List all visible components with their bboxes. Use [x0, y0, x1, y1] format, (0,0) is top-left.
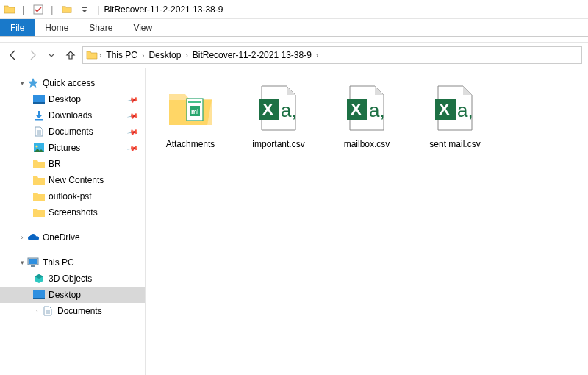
separator: |: [51, 4, 53, 15]
nav-row: › This PC › Desktop › BitRecover-11-2-20…: [0, 43, 588, 68]
file-item-attachments[interactable]: ml Attachments: [150, 79, 231, 156]
documents-icon: [32, 126, 46, 138]
svg-rect-10: [33, 290, 45, 298]
file-label: Attachments: [166, 139, 215, 151]
sidebar-item-label: Documents: [57, 306, 102, 316]
folder-icon: [86, 49, 98, 61]
sidebar-item-documents[interactable]: Documents 📌: [0, 124, 145, 140]
sidebar-item-label: BR: [49, 159, 61, 169]
expand-icon[interactable]: ▾: [18, 79, 26, 87]
separator: |: [22, 4, 24, 15]
breadcrumb-this-pc[interactable]: This PC: [103, 50, 140, 60]
expand-icon[interactable]: ›: [32, 307, 41, 315]
tab-home[interactable]: Home: [35, 19, 79, 36]
content-pane[interactable]: ml Attachments X a, important.csv: [146, 68, 588, 375]
sidebar-item-desktop[interactable]: Desktop 📌: [0, 91, 145, 107]
sidebar-item-label: Desktop: [49, 290, 81, 300]
expand-icon[interactable]: ▾: [18, 259, 26, 266]
tab-view[interactable]: View: [123, 19, 162, 36]
expand-icon[interactable]: ›: [18, 234, 26, 241]
chevron-right-icon[interactable]: ›: [185, 51, 187, 60]
forward-button[interactable]: [25, 48, 40, 63]
sidebar-item-documents-pc[interactable]: › Documents: [0, 303, 145, 319]
star-icon: [26, 77, 40, 89]
pictures-icon: [32, 142, 46, 154]
sidebar-item-label: outlook-pst: [49, 191, 92, 201]
sidebar-item-desktop-pc[interactable]: Desktop: [0, 287, 145, 303]
svg-text:ml: ml: [191, 108, 199, 115]
sidebar-item-new-contents[interactable]: New Contents: [0, 172, 145, 188]
file-label: mailbox.csv: [344, 139, 390, 151]
breadcrumb-folder[interactable]: BitRecover-11-2-2021 13-38-9: [190, 50, 315, 60]
svg-text:X: X: [439, 100, 450, 118]
sidebar-item-label: 3D Objects: [49, 274, 92, 284]
sidebar-item-label: Desktop: [49, 94, 81, 104]
qat-dropdown-icon[interactable]: [76, 1, 93, 18]
3d-objects-icon: [32, 273, 46, 285]
sidebar-item-outlook-pst[interactable]: outlook-pst: [0, 188, 145, 204]
svg-rect-11: [33, 298, 45, 299]
svg-rect-2: [33, 95, 45, 102]
folder-icon: [32, 190, 46, 202]
csv-file-icon: X a,: [254, 85, 303, 133]
sidebar-item-label: OneDrive: [43, 232, 80, 243]
sidebar-item-screenshots[interactable]: Screenshots: [0, 204, 145, 221]
svg-text:a,: a,: [369, 99, 385, 121]
sidebar-item-label: Documents: [49, 126, 93, 137]
window-title: BitRecover-11-2-2021 13-38-9: [104, 4, 223, 15]
separator: |: [97, 4, 99, 15]
navigation-pane: ▾ Quick access Desktop 📌 Downloads 📌: [0, 68, 146, 375]
back-button[interactable]: [6, 48, 21, 63]
pin-icon: 📌: [127, 110, 139, 121]
folder-icon: [32, 158, 46, 170]
folder-icon: [32, 207, 46, 218]
tab-share[interactable]: Share: [79, 19, 123, 36]
documents-icon: [41, 305, 54, 317]
pin-icon: 📌: [127, 126, 139, 138]
svg-text:X: X: [351, 100, 362, 118]
chevron-right-icon[interactable]: ›: [99, 51, 101, 60]
up-button[interactable]: [63, 48, 78, 63]
file-item-mailbox[interactable]: X a, mailbox.csv: [326, 79, 407, 156]
ribbon-tabs: File Home Share View: [0, 19, 588, 37]
sidebar-item-br[interactable]: BR: [0, 156, 145, 172]
svg-rect-8: [29, 259, 37, 264]
address-bar[interactable]: › This PC › Desktop › BitRecover-11-2-20…: [82, 46, 582, 64]
sidebar-item-3d-objects[interactable]: 3D Objects: [0, 271, 145, 287]
sidebar-item-quick-access[interactable]: ▾ Quick access: [0, 75, 145, 91]
sidebar-item-onedrive[interactable]: › OneDrive: [0, 229, 145, 246]
sidebar-item-label: Screenshots: [49, 207, 98, 218]
svg-text:a,: a,: [281, 99, 297, 121]
sidebar-item-label: New Contents: [49, 175, 104, 185]
svg-text:a,: a,: [457, 99, 473, 121]
folder-icon: [1, 1, 18, 18]
file-item-sentmail[interactable]: X a, sent mail.csv: [415, 79, 495, 156]
desktop-icon: [32, 289, 46, 301]
file-label: sent mail.csv: [429, 139, 480, 151]
breadcrumb-desktop[interactable]: Desktop: [146, 50, 184, 60]
tab-file[interactable]: File: [0, 19, 35, 36]
file-item-important[interactable]: X a, important.csv: [238, 79, 319, 156]
computer-icon: [26, 257, 40, 268]
sidebar-item-label: Pictures: [49, 143, 80, 153]
onedrive-icon: [26, 232, 40, 243]
downloads-icon: [32, 110, 46, 121]
svg-rect-9: [31, 265, 35, 267]
folder-icon-small: [59, 1, 75, 18]
folder-large-icon: ml: [166, 85, 215, 133]
chevron-right-icon[interactable]: ›: [142, 51, 144, 60]
main-area: ▾ Quick access Desktop 📌 Downloads 📌: [0, 68, 588, 375]
qat-checkbox-icon[interactable]: [30, 1, 46, 18]
svg-rect-1: [82, 7, 87, 8]
sidebar-item-pictures[interactable]: Pictures 📌: [0, 140, 145, 156]
svg-rect-15: [188, 101, 201, 103]
csv-file-icon: X a,: [343, 85, 391, 133]
sidebar-item-label: Downloads: [49, 110, 92, 121]
sidebar-item-label: This PC: [43, 257, 74, 268]
ribbon-gap: [0, 37, 588, 43]
sidebar-item-this-pc[interactable]: ▾ This PC: [0, 254, 145, 271]
chevron-right-icon[interactable]: ›: [316, 51, 318, 60]
csv-file-icon: X a,: [431, 85, 479, 133]
sidebar-item-downloads[interactable]: Downloads 📌: [0, 107, 145, 124]
recent-locations-dropdown[interactable]: [44, 48, 59, 63]
